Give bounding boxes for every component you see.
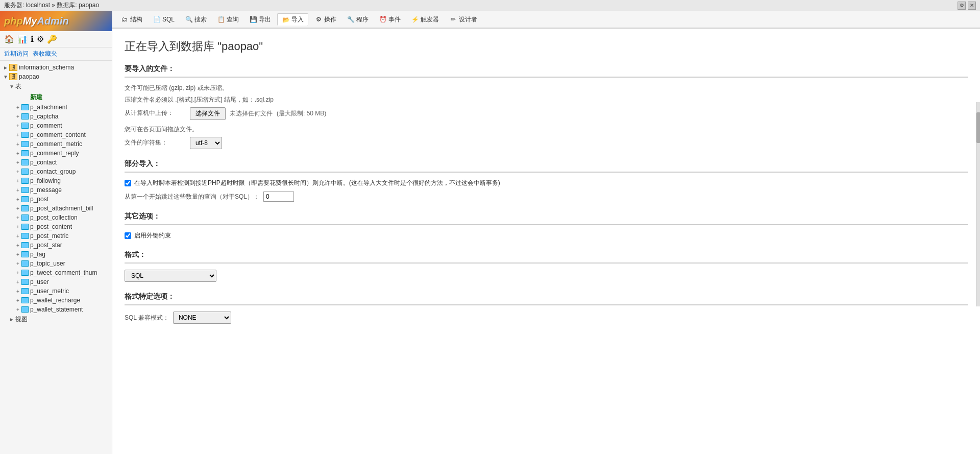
- tree-label: p_user_metric: [30, 288, 110, 295]
- tree-item-p_comment_reply[interactable]: +p_comment_reply: [0, 149, 112, 158]
- tree-item-p_attachment[interactable]: +p_attachment: [0, 103, 112, 112]
- tree-item-p_comment_content[interactable]: +p_comment_content: [0, 130, 112, 139]
- settings-icon[interactable]: ⚙: [37, 34, 44, 44]
- expander-icon: +: [14, 297, 21, 304]
- query-icon: 📋: [217, 15, 225, 23]
- tree-item-p_user_metric[interactable]: +p_user_metric: [0, 286, 112, 296]
- format-select[interactable]: SQL CSV CSV using LOAD DATA JSON XML: [125, 270, 216, 282]
- fk-checkbox[interactable]: [125, 232, 131, 239]
- tree-item-information_schema[interactable]: ►🗄information_schema: [0, 63, 112, 72]
- expander-icon: +: [14, 104, 21, 111]
- toolbar-label-search: 搜索: [194, 15, 207, 24]
- format-header: 格式：: [125, 250, 968, 264]
- tree-item-p_tag[interactable]: +p_tag: [0, 250, 112, 259]
- toolbar-btn-structure[interactable]: 🗂结构: [116, 14, 146, 26]
- expander-icon: +: [14, 177, 21, 184]
- sql-mode-select[interactable]: NONE ANSI DB2 MAXDB MYSQL323 MYSQL40 MSS…: [173, 312, 231, 324]
- other-options-header: 其它选项：: [125, 212, 968, 225]
- chart-icon[interactable]: 📊: [17, 34, 28, 44]
- tree-item-p_captcha[interactable]: +p_captcha: [0, 112, 112, 121]
- charset-select[interactable]: utf-8 latin1 utf16: [190, 137, 222, 149]
- expander-icon: +: [14, 306, 21, 313]
- scrollbar[interactable]: [976, 102, 980, 306]
- section-format-specific: 格式特定选项： SQL 兼容模式： NONE ANSI DB2 MAXDB MY…: [125, 292, 968, 324]
- table-icon: [21, 178, 29, 184]
- partial-import-label: 在导入时脚本若检测到接近PHP超时时限（即需要花费很长时间）则允许中断。(这在导…: [134, 179, 500, 187]
- choose-file-button[interactable]: 选择文件: [190, 107, 226, 120]
- db-icon: 🗄: [9, 64, 17, 71]
- tree-label: p_comment_content: [30, 131, 110, 138]
- recent-visits-link[interactable]: 近期访问: [4, 50, 29, 58]
- breadcrumb-topbar: 服务器: localhost » 数据库: paopao: [4, 1, 99, 10]
- table-icon: [21, 214, 29, 221]
- expander-icon: ▼: [8, 83, 15, 90]
- toolbar-label-sql: SQL: [162, 16, 175, 23]
- page-content: 正在导入到数据库 "paopao" 要导入的文件： 文件可能已压缩 (gzip,…: [112, 29, 980, 454]
- info-icon[interactable]: ℹ: [31, 34, 34, 44]
- logo: phpMyAdmin: [4, 15, 69, 27]
- tree-item-p_topic_user[interactable]: +p_topic_user: [0, 259, 112, 268]
- table-favorites-link[interactable]: 表收藏夹: [33, 50, 57, 58]
- scrollbar-thumb[interactable]: [976, 112, 980, 143]
- toolbar-btn-event[interactable]: ⏰事件: [375, 14, 405, 26]
- toolbar-btn-procedure[interactable]: 🔧程序: [342, 14, 373, 26]
- tree-item-视图[interactable]: ►视图: [0, 314, 112, 325]
- expander-icon: +: [14, 223, 21, 230]
- toolbar-btn-trigger[interactable]: ⚡触发器: [407, 14, 443, 26]
- export-icon: 💾: [249, 15, 257, 23]
- sql-icon: 📄: [153, 15, 161, 23]
- table-icon: [21, 113, 29, 120]
- table-icon: [21, 123, 29, 129]
- expander-icon: +: [14, 205, 21, 212]
- upload-row: 从计算机中上传： 选择文件 未选择任何文件 (最大限制: 50 MB): [125, 107, 968, 120]
- expander-icon: +: [14, 260, 21, 267]
- tree-item-p_post_content[interactable]: +p_post_content: [0, 222, 112, 231]
- section-format: 格式： SQL CSV CSV using LOAD DATA JSON XML: [125, 250, 968, 282]
- toolbar-btn-designer[interactable]: ✏设计者: [445, 14, 481, 26]
- tree-item-paopao[interactable]: ▼🗄paopao: [0, 72, 112, 81]
- expander-icon: ▼: [2, 73, 9, 80]
- tree-item-p_contact_group[interactable]: +p_contact_group: [0, 167, 112, 176]
- home-icon[interactable]: 🏠: [4, 34, 14, 44]
- upload-label: 从计算机中上传：: [125, 107, 186, 117]
- tree-item-p_wallet_recharge[interactable]: +p_wallet_recharge: [0, 296, 112, 305]
- expander-icon: ►: [2, 64, 9, 71]
- toolbar-btn-search[interactable]: 🔍搜索: [181, 14, 211, 26]
- table-icon: [21, 260, 29, 267]
- tree-item-p_comment_metric[interactable]: +p_comment_metric: [0, 139, 112, 149]
- tree-item-p_post[interactable]: +p_post: [0, 195, 112, 204]
- key-icon[interactable]: 🔑: [47, 34, 57, 44]
- expander-icon: +: [14, 131, 21, 138]
- tree-item-p_comment[interactable]: +p_comment: [0, 121, 112, 130]
- tree-label: p_wallet_recharge: [30, 297, 110, 304]
- tree-item-p_contact[interactable]: +p_contact: [0, 158, 112, 167]
- tree-item-p_post_collection[interactable]: +p_post_collection: [0, 213, 112, 222]
- tree-item-表[interactable]: ▼表: [0, 81, 112, 92]
- toolbar-btn-query[interactable]: 📋查询: [213, 14, 243, 26]
- partial-import-checkbox[interactable]: [125, 180, 131, 186]
- table-icon: [21, 187, 29, 193]
- tree-item-p_wallet_statement[interactable]: +p_wallet_statement: [0, 305, 112, 314]
- tree-item-新建[interactable]: 新建: [0, 92, 112, 103]
- tree-item-p_message[interactable]: +p_message: [0, 185, 112, 195]
- close-btn[interactable]: ✕: [968, 2, 976, 10]
- expander-icon: +: [14, 186, 21, 194]
- tree-item-p_tweet_comment_thum[interactable]: +p_tweet_comment_thum: [0, 268, 112, 277]
- tree-item-p_post_star[interactable]: +p_post_star: [0, 241, 112, 250]
- tree-item-p_post_metric[interactable]: +p_post_metric: [0, 231, 112, 241]
- tree-item-p_post_attachment_bill[interactable]: +p_post_attachment_bill: [0, 204, 112, 213]
- toolbar-btn-import[interactable]: 📂导入: [277, 13, 308, 26]
- toolbar-btn-sql[interactable]: 📄SQL: [149, 14, 179, 25]
- toolbar: 🗂结构📄SQL🔍搜索📋查询💾导出📂导入⚙操作🔧程序⏰事件⚡触发器✏设计者: [112, 11, 980, 29]
- toolbar-btn-export[interactable]: 💾导出: [245, 14, 275, 26]
- settings-btn[interactable]: ⚙: [958, 2, 966, 10]
- table-icon: [21, 104, 29, 110]
- table-icon: [21, 150, 29, 156]
- toolbar-btn-operate[interactable]: ⚙操作: [310, 14, 340, 26]
- tree-label: p_topic_user: [30, 260, 110, 267]
- section-partial-import: 部分导入： 在导入时脚本若检测到接近PHP超时时限（即需要花费很长时间）则允许中…: [125, 159, 968, 202]
- tree-item-p_following[interactable]: +p_following: [0, 176, 112, 185]
- skip-input[interactable]: [263, 192, 294, 202]
- content-area: 🗂结构📄SQL🔍搜索📋查询💾导出📂导入⚙操作🔧程序⏰事件⚡触发器✏设计者 正在导…: [112, 11, 980, 454]
- tree-item-p_user[interactable]: +p_user: [0, 277, 112, 286]
